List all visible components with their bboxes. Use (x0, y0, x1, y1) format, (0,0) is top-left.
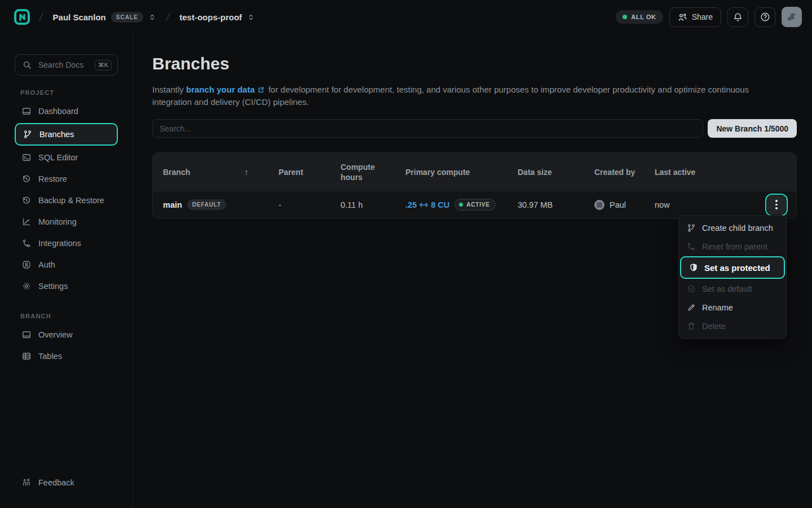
menu-item-label: Rename (702, 303, 733, 312)
sidebar-item-monitoring[interactable]: Monitoring (15, 211, 118, 233)
user-shield-icon (22, 260, 31, 269)
neon-logo[interactable] (10, 5, 34, 29)
sidebar: Search Docs ⌘K PROJECT Dashboard Branche… (0, 34, 133, 508)
sidebar-item-feedback[interactable]: Feedback (15, 472, 118, 493)
branch-cell: main DEFAULT (153, 191, 268, 218)
menu-item-label: Delete (702, 322, 726, 331)
compute-hours-cell: 0.11 h (330, 191, 395, 218)
status-dot-icon (623, 15, 627, 19)
menu-item-reset-from-parent[interactable]: Reset from parent (679, 237, 786, 256)
sidebar-item-label: SQL Editor (38, 153, 78, 162)
breadcrumb-separator: / (38, 11, 44, 24)
help-button[interactable] (754, 7, 775, 27)
notifications-button[interactable] (727, 7, 748, 27)
column-header-last-active: Last active (645, 153, 723, 191)
sidebar-item-label: Settings (38, 282, 68, 291)
menu-item-label: Create child branch (702, 224, 773, 233)
sidebar-item-auth[interactable]: Auth (15, 254, 118, 275)
chevron-updown-icon (148, 13, 156, 21)
column-header-branch: Branch ↑ (153, 153, 268, 191)
branch-search-input[interactable] (152, 119, 703, 138)
column-header-parent: Parent (268, 153, 330, 191)
trash-icon (687, 322, 696, 331)
primary-compute-cell: .25 8 CU ACTIVE (395, 191, 508, 218)
row-actions-menu-button[interactable] (767, 195, 786, 214)
badge-check-icon (687, 284, 696, 294)
share-button[interactable]: Share (669, 7, 721, 27)
created-by-cell: Paul (584, 191, 645, 218)
status-label: ALL OK (631, 14, 656, 20)
org-selector[interactable]: Paul Scanlon SCALE (48, 8, 161, 26)
compute-range: .25 8 CU (405, 200, 449, 209)
share-label: Share (692, 12, 713, 21)
sidebar-item-label: Auth (38, 260, 55, 269)
sidebar-item-overview[interactable]: Overview (15, 324, 118, 345)
creator-name: Paul (610, 200, 626, 209)
new-branch-button[interactable]: New Branch 1/5000 (708, 119, 797, 138)
sidebar-item-backup-restore[interactable]: Backup & Restore (15, 190, 118, 211)
top-bar: / Paul Scanlon SCALE / test-oops-proof A… (0, 0, 812, 34)
search-docs-button[interactable]: Search Docs ⌘K (15, 54, 118, 76)
org-name: Paul Scanlon (53, 12, 106, 22)
neon-logo-icon (14, 8, 30, 25)
sort-ascending-icon[interactable]: ↑ (244, 167, 249, 177)
sidebar-item-restore[interactable]: Restore (15, 168, 118, 190)
clock-restore-icon (22, 174, 31, 183)
data-size-cell: 30.97 MB (508, 191, 584, 218)
menu-item-set-as-default[interactable]: Set as default (679, 279, 786, 298)
section-label-branch: BRANCH (20, 313, 118, 319)
git-branch-icon (687, 224, 696, 233)
search-docs-label: Search Docs (38, 60, 88, 69)
left-right-arrow-icon (420, 202, 428, 208)
menu-item-set-as-protected[interactable]: Set as protected (680, 256, 785, 279)
menu-item-delete[interactable]: Delete (679, 317, 786, 335)
external-link-icon (257, 86, 264, 94)
table-header-row: Branch ↑ Parent Compute hours Primary co… (153, 153, 796, 191)
reset-icon (687, 242, 696, 251)
table-row[interactable]: main DEFAULT - 0.11 h .25 8 CU ACTIVE 30… (153, 191, 796, 218)
sidebar-item-label: Integrations (38, 239, 81, 248)
user-avatar[interactable] (782, 7, 802, 27)
menu-item-label: Set as protected (704, 263, 770, 273)
menu-item-create-child-branch[interactable]: Create child branch (679, 218, 786, 237)
search-icon (23, 60, 32, 69)
sidebar-item-label: Feedback (38, 478, 74, 487)
project-selector[interactable]: test-oops-proof (175, 9, 259, 25)
sidebar-item-sql-editor[interactable]: SQL Editor (15, 147, 118, 168)
sidebar-item-label: Overview (38, 330, 72, 339)
sidebar-item-branches[interactable]: Branches (15, 123, 118, 146)
default-badge: DEFAULT (187, 199, 226, 210)
column-header-primary-compute: Primary compute (395, 153, 508, 191)
shield-icon (689, 263, 698, 272)
sidebar-item-dashboard[interactable]: Dashboard (15, 100, 118, 122)
system-status-pill[interactable]: ALL OK (616, 10, 663, 24)
actions-cell (723, 191, 796, 218)
table-icon (22, 352, 31, 361)
main-content: Branches Instantly branch your data for … (152, 34, 797, 218)
branches-table: Branch ↑ Parent Compute hours Primary co… (152, 152, 797, 218)
sidebar-item-settings[interactable]: Settings (15, 275, 118, 297)
description-text: Instantly (152, 85, 186, 94)
parent-cell: - (268, 191, 330, 218)
menu-item-label: Set as default (702, 284, 752, 294)
sidebar-item-label: Branches (39, 130, 74, 139)
git-branch-icon (23, 130, 32, 139)
terminal-icon (22, 153, 31, 162)
plan-badge: SCALE (111, 12, 143, 23)
branch-your-data-link[interactable]: branch your data (186, 85, 255, 94)
sidebar-item-tables[interactable]: Tables (15, 345, 118, 367)
clock-restore-icon (22, 196, 31, 205)
last-active-cell: now (645, 191, 723, 218)
bell-icon (733, 12, 743, 22)
sidebar-item-label: Tables (38, 352, 62, 361)
topbar-actions: ALL OK Share (616, 7, 802, 27)
people-icon (678, 12, 687, 22)
sidebar-item-integrations[interactable]: Integrations (15, 233, 118, 254)
pencil-icon (687, 303, 696, 312)
menu-item-rename[interactable]: Rename (679, 298, 786, 317)
column-header-created-by: Created by (584, 153, 643, 191)
branch-actions-menu: Create child branch Reset from parent Se… (678, 215, 787, 339)
branches-toolbar: New Branch 1/5000 (152, 119, 797, 138)
chevron-updown-icon (247, 13, 255, 21)
people-icon (22, 478, 31, 487)
